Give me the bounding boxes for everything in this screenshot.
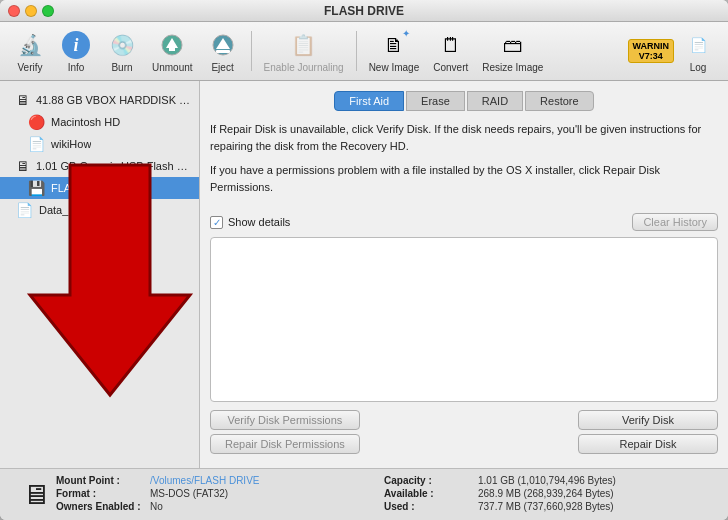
format-value: MS-DOS (FAT32)	[150, 488, 228, 499]
capacity-label: Capacity :	[384, 475, 474, 486]
eject-icon	[207, 29, 239, 61]
verify-label: Verify	[17, 62, 42, 73]
sidebar-item-wikihow[interactable]: 📄 wikiHow	[0, 133, 199, 155]
verify-button[interactable]: 🔬 Verify	[8, 26, 52, 76]
tab-erase[interactable]: Erase	[406, 91, 465, 111]
sidebar-item-data-rescue[interactable]: 📄 Data_Rescue…S.dmg	[0, 199, 199, 221]
bottom-bar: 🖥 Mount Point : /Volumes/FLASH DRIVE For…	[0, 468, 728, 520]
verify-disk-permissions-button[interactable]: Verify Disk Permissions	[210, 410, 360, 430]
toolbar-separator-1	[251, 31, 252, 71]
sidebar-item-macintosh-hd[interactable]: 🔴 Macintosh HD	[0, 111, 199, 133]
burn-icon: 💿	[106, 29, 138, 61]
format-label: Format :	[56, 488, 146, 499]
wikihow-label: wikiHow	[51, 138, 91, 150]
tab-raid[interactable]: RAID	[467, 91, 523, 111]
used-label: Used :	[384, 501, 474, 512]
used-value: 737.7 MB (737,660,928 Bytes)	[478, 501, 614, 512]
vbox-label: 41.88 GB VBOX HARDDISK Media	[36, 94, 191, 106]
owners-row: Owners Enabled : No	[56, 501, 384, 512]
mount-point-row: Mount Point : /Volumes/FLASH DRIVE	[56, 475, 384, 486]
tab-bar: First Aid Erase RAID Restore	[210, 91, 718, 111]
tab-restore[interactable]: Restore	[525, 91, 594, 111]
info-paragraph-1: If Repair Disk is unavailable, click Ver…	[210, 121, 718, 154]
tab-first-aid[interactable]: First Aid	[334, 91, 404, 111]
verify-disk-button[interactable]: Verify Disk	[578, 410, 718, 430]
new-image-icon: 🗎	[378, 29, 410, 61]
titlebar: FLASH DRIVE	[0, 0, 728, 22]
flash-drive-label: FLASH DRIVE	[51, 182, 123, 194]
enable-journaling-button[interactable]: 📋 Enable Journaling	[258, 26, 350, 76]
available-label: Available :	[384, 488, 474, 499]
bottom-col-right: Capacity : 1.01 GB (1,010,794,496 Bytes)…	[384, 475, 712, 514]
usb-label: 1.01 GB Generic USB Flash Disk Media	[36, 160, 191, 172]
unmount-button[interactable]: Unmount	[146, 26, 199, 76]
log-button[interactable]: 📄 Log	[676, 26, 720, 76]
show-details-checkbox-area[interactable]: ✓ Show details	[210, 216, 290, 229]
resize-icon: 🗃	[497, 29, 529, 61]
journaling-icon: 📋	[288, 29, 320, 61]
resize-image-button[interactable]: 🗃 Resize Image	[476, 26, 549, 76]
data-rescue-icon: 📄	[16, 202, 33, 218]
show-details-checkbox[interactable]: ✓	[210, 216, 223, 229]
mount-point-link[interactable]: /Volumes/FLASH DRIVE	[150, 475, 259, 486]
close-button[interactable]	[8, 5, 20, 17]
toolbar-separator-2	[356, 31, 357, 71]
usb-icon: 🖥	[16, 158, 30, 174]
verify-icon: 🔬	[14, 29, 46, 61]
svg-rect-2	[169, 48, 175, 51]
repair-disk-button[interactable]: Repair Disk	[578, 434, 718, 454]
main-content: 🖥 41.88 GB VBOX HARDDISK Media 🔴 Macinto…	[0, 81, 728, 468]
mount-point-label: Mount Point :	[56, 475, 146, 486]
owners-value: No	[150, 501, 163, 512]
right-panel: First Aid Erase RAID Restore If Repair D…	[200, 81, 728, 468]
capacity-row: Capacity : 1.01 GB (1,010,794,496 Bytes)	[384, 475, 712, 486]
log-icon: 📄	[682, 29, 714, 61]
format-row: Format : MS-DOS (FAT32)	[56, 488, 384, 499]
maximize-button[interactable]	[42, 5, 54, 17]
main-window: FLASH DRIVE 🔬 Verify i Info 💿 Burn Unmou…	[0, 0, 728, 520]
eject-button[interactable]: Eject	[201, 26, 245, 76]
window-title: FLASH DRIVE	[324, 4, 404, 18]
sidebar-item-flash-drive[interactable]: 💾 FLASH DRIVE	[0, 177, 199, 199]
eject-label: Eject	[211, 62, 233, 73]
journaling-label: Enable Journaling	[264, 62, 344, 73]
info-icon: i	[60, 29, 92, 61]
repair-disk-permissions-button[interactable]: Repair Disk Permissions	[210, 434, 360, 454]
traffic-lights	[8, 5, 54, 17]
resize-label: Resize Image	[482, 62, 543, 73]
disk-buttons: Verify Disk Repair Disk	[578, 410, 718, 454]
unmount-icon	[156, 29, 188, 61]
sidebar-item-vbox[interactable]: 🖥 41.88 GB VBOX HARDDISK Media	[0, 89, 199, 111]
available-value: 268.9 MB (268,939,264 Bytes)	[478, 488, 614, 499]
flash-drive-icon: 💾	[28, 180, 45, 196]
burn-label: Burn	[111, 62, 132, 73]
wikihow-icon: 📄	[28, 136, 45, 152]
clear-history-button[interactable]: Clear History	[632, 213, 718, 231]
data-rescue-label: Data_Rescue…S.dmg	[39, 204, 148, 216]
details-text-area[interactable]	[210, 237, 718, 402]
mac-hd-icon: 🔴	[28, 114, 45, 130]
mount-point-value: /Volumes/FLASH DRIVE	[150, 475, 259, 486]
sidebar-item-usb[interactable]: 🖥 1.01 GB Generic USB Flash Disk Media	[0, 155, 199, 177]
owners-label: Owners Enabled :	[56, 501, 146, 512]
burn-button[interactable]: 💿 Burn	[100, 26, 144, 76]
svg-rect-5	[216, 50, 230, 53]
show-details-row: ✓ Show details Clear History	[210, 213, 718, 231]
info-text: If Repair Disk is unavailable, click Ver…	[210, 121, 718, 203]
mac-hd-label: Macintosh HD	[51, 116, 120, 128]
unmount-label: Unmount	[152, 62, 193, 73]
used-row: Used : 737.7 MB (737,660,928 Bytes)	[384, 501, 712, 512]
convert-button[interactable]: 🗒 Convert	[427, 26, 474, 76]
available-row: Available : 268.9 MB (268,939,264 Bytes)	[384, 488, 712, 499]
permissions-buttons: Verify Disk Permissions Repair Disk Perm…	[210, 410, 360, 454]
sidebar: 🖥 41.88 GB VBOX HARDDISK Media 🔴 Macinto…	[0, 81, 200, 468]
info-button[interactable]: i Info	[54, 26, 98, 76]
minimize-button[interactable]	[25, 5, 37, 17]
info-paragraph-2: If you have a permissions problem with a…	[210, 162, 718, 195]
bottom-col-left: Mount Point : /Volumes/FLASH DRIVE Forma…	[56, 475, 384, 514]
convert-label: Convert	[433, 62, 468, 73]
new-image-button[interactable]: 🗎 New Image	[363, 26, 426, 76]
new-image-label: New Image	[369, 62, 420, 73]
disk-bottom-icon: 🖥	[16, 475, 56, 514]
vbox-icon: 🖥	[16, 92, 30, 108]
